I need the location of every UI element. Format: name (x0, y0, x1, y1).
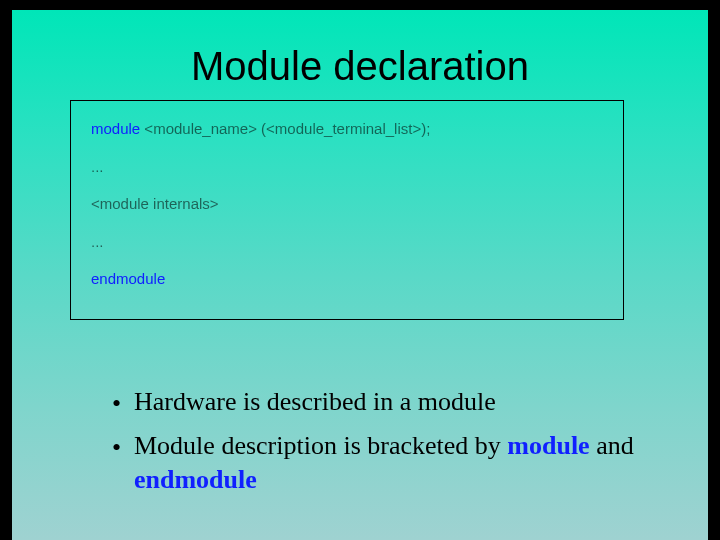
bullet-item-2: • Module description is bracketed by mod… (112, 429, 648, 497)
bullet-text-mid: and (590, 431, 634, 460)
code-line-3: <module internals> (91, 194, 605, 214)
bullet-text-pre: Module description is bracketed by (134, 431, 507, 460)
bullet-text: Module description is bracketed by modul… (134, 429, 648, 497)
code-line-5: endmodule (91, 269, 605, 289)
keyword-endmodule-inline: endmodule (134, 465, 257, 494)
keyword-module-inline: module (507, 431, 589, 460)
bullet-item-1: • Hardware is described in a module (112, 385, 648, 421)
bullet-list: • Hardware is described in a module • Mo… (112, 385, 648, 504)
code-line-1: module <module_name> (<module_terminal_l… (91, 119, 605, 139)
slide-title: Module declaration (12, 44, 708, 89)
slide-frame: Module declaration module <module_name> … (0, 0, 720, 540)
slide-body: Module declaration module <module_name> … (12, 10, 708, 540)
code-line-4: ... (91, 232, 605, 252)
code-text: <module_name> (<module_terminal_list>); (140, 120, 430, 137)
keyword-endmodule: endmodule (91, 270, 165, 287)
keyword-module: module (91, 120, 140, 137)
code-example-box: module <module_name> (<module_terminal_l… (70, 100, 624, 320)
bullet-text: Hardware is described in a module (134, 385, 648, 419)
bullet-dot: • (112, 429, 134, 465)
code-line-2: ... (91, 157, 605, 177)
bullet-dot: • (112, 385, 134, 421)
